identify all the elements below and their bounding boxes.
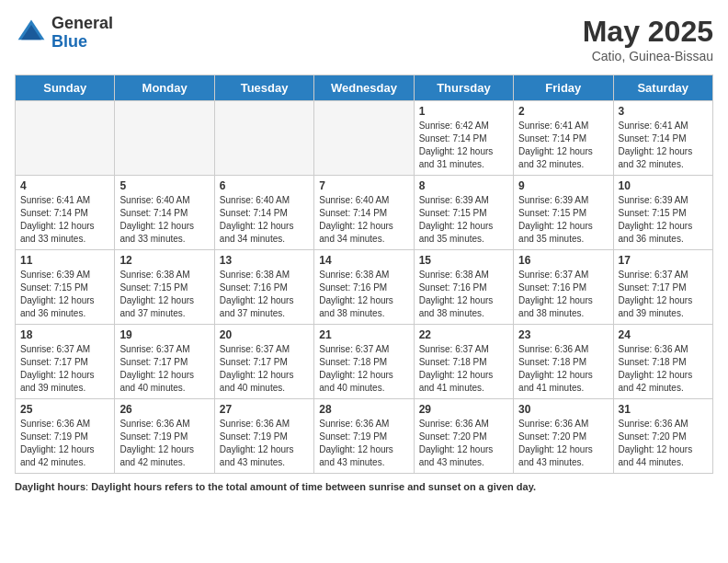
calendar-cell: 7Sunrise: 6:40 AM Sunset: 7:14 PM Daylig… (314, 176, 414, 250)
day-number: 7 (319, 179, 408, 192)
calendar-cell: 25Sunrise: 6:36 AM Sunset: 7:19 PM Dayli… (16, 399, 115, 474)
calendar-cell: 30Sunrise: 6:36 AM Sunset: 7:20 PM Dayli… (514, 399, 613, 474)
calendar-cell: 20Sunrise: 6:37 AM Sunset: 7:17 PM Dayli… (214, 325, 313, 399)
header-row: SundayMondayTuesdayWednesdayThursdayFrid… (16, 75, 713, 101)
calendar-cell: 16Sunrise: 6:37 AM Sunset: 7:16 PM Dayli… (514, 250, 613, 325)
day-info: Sunrise: 6:41 AM Sunset: 7:14 PM Dayligh… (20, 194, 109, 246)
day-info: Sunrise: 6:40 AM Sunset: 7:14 PM Dayligh… (319, 194, 408, 246)
calendar-week-2: 4Sunrise: 6:41 AM Sunset: 7:14 PM Daylig… (16, 176, 713, 250)
calendar-cell: 15Sunrise: 6:38 AM Sunset: 7:16 PM Dayli… (414, 250, 513, 325)
calendar-cell: 6Sunrise: 6:40 AM Sunset: 7:14 PM Daylig… (214, 176, 313, 250)
column-header-monday: Monday (115, 75, 214, 101)
day-info: Sunrise: 6:36 AM Sunset: 7:19 PM Dayligh… (220, 418, 309, 469)
day-number: 22 (419, 328, 508, 341)
day-number: 3 (619, 105, 708, 118)
logo-icon (15, 17, 48, 50)
calendar-cell: 26Sunrise: 6:36 AM Sunset: 7:19 PM Dayli… (115, 399, 214, 474)
calendar-cell: 21Sunrise: 6:37 AM Sunset: 7:18 PM Dayli… (314, 325, 414, 399)
calendar-cell: 13Sunrise: 6:38 AM Sunset: 7:16 PM Dayli… (214, 250, 313, 325)
day-number: 15 (419, 254, 508, 267)
footer-description: Daylight hours refers to the total amoun… (91, 481, 536, 492)
day-number: 14 (319, 254, 408, 267)
day-info: Sunrise: 6:36 AM Sunset: 7:18 PM Dayligh… (518, 343, 608, 395)
day-info: Sunrise: 6:37 AM Sunset: 7:17 PM Dayligh… (20, 343, 109, 395)
column-header-friday: Friday (514, 75, 613, 101)
day-info: Sunrise: 6:36 AM Sunset: 7:18 PM Dayligh… (619, 343, 708, 395)
calendar-cell: 9Sunrise: 6:39 AM Sunset: 7:15 PM Daylig… (514, 176, 613, 250)
calendar-cell: 29Sunrise: 6:36 AM Sunset: 7:20 PM Dayli… (414, 399, 513, 474)
location-title: Catio, Guinea-Bissau (583, 49, 713, 63)
calendar-cell: 11Sunrise: 6:39 AM Sunset: 7:15 PM Dayli… (16, 250, 115, 325)
calendar-cell: 17Sunrise: 6:37 AM Sunset: 7:17 PM Dayli… (613, 250, 712, 325)
day-number: 30 (518, 403, 608, 416)
day-number: 16 (518, 254, 608, 267)
calendar-cell: 24Sunrise: 6:36 AM Sunset: 7:18 PM Dayli… (613, 325, 712, 399)
calendar-table: SundayMondayTuesdayWednesdayThursdayFrid… (15, 75, 713, 474)
calendar-cell: 23Sunrise: 6:36 AM Sunset: 7:18 PM Dayli… (514, 325, 613, 399)
day-info: Sunrise: 6:37 AM Sunset: 7:17 PM Dayligh… (220, 343, 309, 395)
day-info: Sunrise: 6:36 AM Sunset: 7:20 PM Dayligh… (619, 418, 708, 469)
calendar-cell: 27Sunrise: 6:36 AM Sunset: 7:19 PM Dayli… (214, 399, 313, 474)
day-number: 2 (518, 105, 608, 118)
calendar-cell: 19Sunrise: 6:37 AM Sunset: 7:17 PM Dayli… (115, 325, 214, 399)
day-number: 5 (119, 179, 209, 192)
calendar-cell: 14Sunrise: 6:38 AM Sunset: 7:16 PM Dayli… (314, 250, 414, 325)
calendar-cell (314, 101, 414, 176)
column-header-sunday: Sunday (16, 75, 115, 101)
calendar-cell: 2Sunrise: 6:41 AM Sunset: 7:14 PM Daylig… (514, 101, 613, 176)
calendar-cell: 4Sunrise: 6:41 AM Sunset: 7:14 PM Daylig… (16, 176, 115, 250)
day-number: 28 (319, 403, 408, 416)
day-number: 23 (518, 328, 608, 341)
day-info: Sunrise: 6:37 AM Sunset: 7:17 PM Dayligh… (119, 343, 209, 395)
day-number: 12 (119, 254, 209, 267)
day-info: Sunrise: 6:36 AM Sunset: 7:19 PM Dayligh… (319, 418, 408, 469)
calendar-cell (115, 101, 214, 176)
calendar-week-4: 18Sunrise: 6:37 AM Sunset: 7:17 PM Dayli… (16, 325, 713, 399)
day-number: 6 (220, 179, 309, 192)
day-info: Sunrise: 6:38 AM Sunset: 7:16 PM Dayligh… (319, 269, 408, 320)
column-header-thursday: Thursday (414, 75, 513, 101)
day-info: Sunrise: 6:37 AM Sunset: 7:17 PM Dayligh… (619, 269, 708, 320)
logo-general-text: General (51, 15, 113, 33)
calendar-cell: 1Sunrise: 6:42 AM Sunset: 7:14 PM Daylig… (414, 101, 513, 176)
day-number: 29 (419, 403, 508, 416)
calendar-cell: 22Sunrise: 6:37 AM Sunset: 7:18 PM Dayli… (414, 325, 513, 399)
title-block: May 2025 Catio, Guinea-Bissau (583, 15, 713, 63)
calendar-cell: 31Sunrise: 6:36 AM Sunset: 7:20 PM Dayli… (613, 399, 712, 474)
day-info: Sunrise: 6:39 AM Sunset: 7:15 PM Dayligh… (20, 269, 109, 320)
day-info: Sunrise: 6:41 AM Sunset: 7:14 PM Dayligh… (518, 120, 608, 171)
logo: General Blue (15, 15, 113, 52)
calendar-cell: 3Sunrise: 6:41 AM Sunset: 7:14 PM Daylig… (613, 101, 712, 176)
page-header: General Blue May 2025 Catio, Guinea-Biss… (15, 15, 713, 63)
day-info: Sunrise: 6:37 AM Sunset: 7:16 PM Dayligh… (518, 269, 608, 320)
day-number: 25 (20, 403, 109, 416)
day-info: Sunrise: 6:40 AM Sunset: 7:14 PM Dayligh… (220, 194, 309, 246)
day-info: Sunrise: 6:36 AM Sunset: 7:19 PM Dayligh… (119, 418, 209, 469)
calendar-cell: 5Sunrise: 6:40 AM Sunset: 7:14 PM Daylig… (115, 176, 214, 250)
day-number: 31 (619, 403, 708, 416)
day-number: 4 (20, 179, 109, 192)
column-header-tuesday: Tuesday (214, 75, 313, 101)
column-header-saturday: Saturday (613, 75, 712, 101)
day-info: Sunrise: 6:36 AM Sunset: 7:20 PM Dayligh… (419, 418, 508, 469)
day-info: Sunrise: 6:39 AM Sunset: 7:15 PM Dayligh… (619, 194, 708, 246)
day-number: 26 (119, 403, 209, 416)
logo-text: General Blue (51, 15, 113, 52)
calendar-week-5: 25Sunrise: 6:36 AM Sunset: 7:19 PM Dayli… (16, 399, 713, 474)
calendar-cell (16, 101, 115, 176)
day-number: 21 (319, 328, 408, 341)
calendar-cell: 28Sunrise: 6:36 AM Sunset: 7:19 PM Dayli… (314, 399, 414, 474)
calendar-cell: 12Sunrise: 6:38 AM Sunset: 7:15 PM Dayli… (115, 250, 214, 325)
day-info: Sunrise: 6:40 AM Sunset: 7:14 PM Dayligh… (119, 194, 209, 246)
column-header-wednesday: Wednesday (314, 75, 414, 101)
day-info: Sunrise: 6:37 AM Sunset: 7:18 PM Dayligh… (419, 343, 508, 395)
day-info: Sunrise: 6:42 AM Sunset: 7:14 PM Dayligh… (419, 120, 508, 171)
day-number: 13 (220, 254, 309, 267)
calendar-cell: 18Sunrise: 6:37 AM Sunset: 7:17 PM Dayli… (16, 325, 115, 399)
calendar-week-3: 11Sunrise: 6:39 AM Sunset: 7:15 PM Dayli… (16, 250, 713, 325)
day-info: Sunrise: 6:37 AM Sunset: 7:18 PM Dayligh… (319, 343, 408, 395)
calendar-cell: 8Sunrise: 6:39 AM Sunset: 7:15 PM Daylig… (414, 176, 513, 250)
day-info: Sunrise: 6:39 AM Sunset: 7:15 PM Dayligh… (419, 194, 508, 246)
calendar-cell: 10Sunrise: 6:39 AM Sunset: 7:15 PM Dayli… (613, 176, 712, 250)
day-number: 24 (619, 328, 708, 341)
